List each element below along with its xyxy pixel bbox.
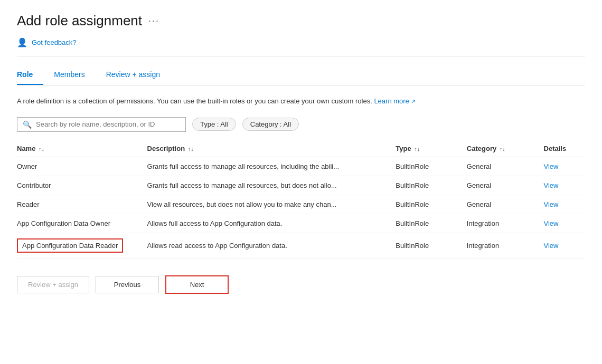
category-filter-pill[interactable]: Category : All [242,118,299,131]
description-cell: Grants full access to manage all resourc… [147,157,396,176]
page-title: Add role assignment [17,13,142,29]
category-sort-icon[interactable]: ↑↓ [500,146,505,152]
name-cell: Contributor [17,176,147,195]
feedback-link[interactable]: Got feedback? [32,39,77,46]
more-options-icon[interactable]: ··· [148,15,159,26]
description-sort-icon[interactable]: ↑↓ [188,146,194,152]
view-link[interactable]: View [544,219,559,227]
footer-buttons: Review + assign Previous Next [17,275,585,294]
page-header: Add role assignment ··· [17,13,585,29]
roles-table: Name ↑↓ Description ↑↓ Type ↑↓ Category … [17,140,585,258]
type-cell: BuiltInRole [396,157,467,176]
category-cell: General [467,195,544,214]
description-cell: Grants full access to manage all resourc… [147,176,396,195]
search-box[interactable]: 🔍 [17,117,186,132]
tab-role[interactable]: Role [17,65,43,85]
name-cell: Owner [17,157,147,176]
type-cell: BuiltInRole [396,195,467,214]
category-cell: General [467,157,544,176]
outlined-name-cell: App Configuration Data Reader [17,238,123,253]
search-icon: 🔍 [23,120,32,129]
type-filter-pill[interactable]: Type : All [192,118,236,131]
col-header-name: Name ↑↓ [17,140,147,157]
feedback-icon: 👤 [17,37,27,47]
previous-button[interactable]: Previous [96,276,159,293]
type-cell: BuiltInRole [396,214,467,233]
view-link[interactable]: View [544,181,559,189]
description-cell: View all resources, but does not allow y… [147,195,396,214]
tab-bar: Role Members Review + assign [17,65,585,85]
col-header-type: Type ↑↓ [396,140,467,157]
table-row[interactable]: OwnerGrants full access to manage all re… [17,157,585,176]
description-cell: Allows full access to App Configuration … [147,214,396,233]
name-cell: App Configuration Data Owner [17,214,147,233]
col-header-description: Description ↑↓ [147,140,396,157]
external-link-icon: ↗ [411,98,416,104]
tab-review-assign[interactable]: Review + assign [106,65,171,85]
next-button[interactable]: Next [165,275,229,294]
table-row[interactable]: ContributorGrants full access to manage … [17,176,585,195]
review-assign-button[interactable]: Review + assign [17,276,89,293]
view-link[interactable]: View [544,242,559,250]
col-header-details: Details [544,140,585,157]
tab-members[interactable]: Members [54,65,95,85]
view-link[interactable]: View [544,162,559,170]
category-cell: Integration [467,214,544,233]
description-text: A role definition is a collection of per… [17,96,585,107]
type-cell: BuiltInRole [396,233,467,258]
table-row[interactable]: App Configuration Data ReaderAllows read… [17,233,585,258]
type-sort-icon[interactable]: ↑↓ [414,146,420,152]
view-link[interactable]: View [544,200,559,208]
name-sort-icon[interactable]: ↑↓ [39,146,44,152]
category-cell: Integration [467,233,544,258]
category-cell: General [467,176,544,195]
description-cell: Allows read access to App Configuration … [147,233,396,258]
table-row[interactable]: App Configuration Data OwnerAllows full … [17,214,585,233]
filters-row: 🔍 Type : All Category : All [17,117,585,132]
feedback-bar: 👤 Got feedback? [17,37,585,56]
name-cell: Reader [17,195,147,214]
type-cell: BuiltInRole [396,176,467,195]
table-row[interactable]: ReaderView all resources, but does not a… [17,195,585,214]
col-header-category: Category ↑↓ [467,140,544,157]
table-header-row: Name ↑↓ Description ↑↓ Type ↑↓ Category … [17,140,585,157]
search-input[interactable] [36,120,180,128]
learn-more-link[interactable]: Learn more [374,97,409,105]
